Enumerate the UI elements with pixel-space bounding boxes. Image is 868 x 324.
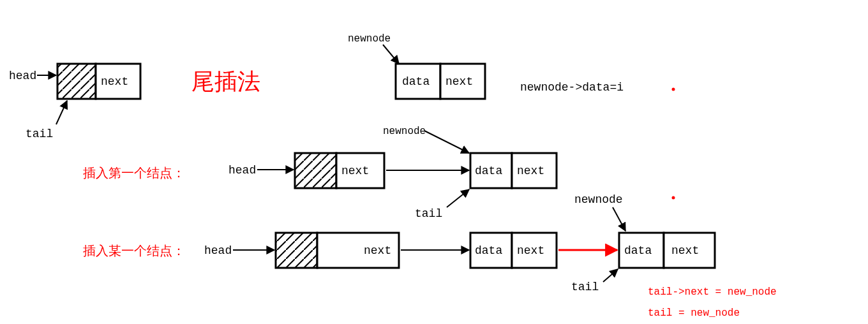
arrow-newnode-top: [383, 45, 399, 64]
data-label: data: [402, 75, 430, 88]
dot-red-2: [672, 196, 675, 200]
caption-insert-some: 插入某一个结点：: [83, 244, 185, 258]
head-label-r3: head: [204, 244, 232, 257]
tail-label-r3: tail: [571, 281, 599, 293]
next-label: next: [364, 244, 391, 257]
dot-red-1: [672, 88, 675, 91]
next-label: next: [671, 244, 699, 257]
next-label: next: [445, 75, 473, 88]
data-label: data: [475, 244, 502, 257]
head-label-r2: head: [228, 164, 256, 177]
data-label: data: [475, 165, 502, 177]
next-label: next: [517, 244, 544, 257]
newnode-label-r2: newnode: [383, 126, 426, 137]
arrow-tail-r2: [447, 189, 469, 207]
node-head-r2: next: [295, 153, 384, 188]
arrow-newnode-r2: [424, 131, 469, 153]
node-new-r3: data next: [619, 233, 715, 268]
node-head-r3: next: [276, 233, 399, 268]
arrow-newnode-r3: [613, 207, 625, 231]
code-assign-data: newnode->data=i: [520, 81, 624, 94]
newnode-label-r3: newnode: [574, 193, 623, 206]
head-label-top: head: [9, 70, 36, 82]
code-tail-assign: tail = new_node: [648, 307, 740, 319]
data-label: data: [624, 244, 652, 257]
node-new-r2: data next: [470, 153, 557, 188]
svg-rect-5: [295, 153, 336, 188]
caption-insert-first: 插入第一个结点：: [83, 166, 185, 180]
node-newnode-top: data next: [396, 64, 485, 99]
next-label: next: [341, 165, 369, 177]
svg-rect-1: [57, 64, 96, 99]
next-label: next: [517, 165, 544, 177]
svg-rect-9: [276, 233, 317, 268]
arrow-tail-top: [56, 101, 67, 124]
tail-label-r2: tail: [415, 207, 442, 220]
code-tail-next: tail->next = new_node: [648, 286, 777, 298]
newnode-label-top: newnode: [348, 33, 391, 45]
node-mid-r3: data next: [470, 233, 557, 268]
node-head-top: next: [57, 64, 140, 99]
arrow-tail-r3: [603, 269, 618, 282]
tail-label-top: tail: [26, 128, 53, 140]
next-label: next: [101, 75, 128, 88]
diagram-title: 尾插法: [191, 69, 260, 94]
